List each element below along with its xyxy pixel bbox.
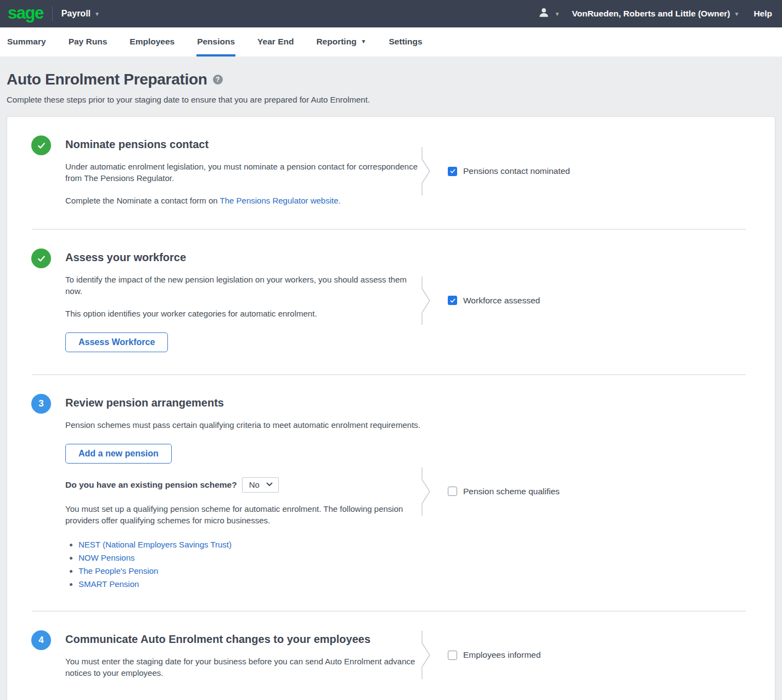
pension-scheme-qualifies-checkbox[interactable]: Pension scheme qualifies — [448, 487, 560, 496]
step-title: Communicate Auto Enrolment changes to yo… — [65, 633, 421, 646]
peoples-pension-link[interactable]: The People's Pension — [78, 566, 158, 575]
existing-pension-select[interactable]: No — [242, 477, 279, 493]
nest-link[interactable]: NEST (National Employers Savings Trust) — [78, 540, 232, 549]
user-icon — [538, 7, 550, 21]
company-name: VonRueden, Roberts and Little (Owner) — [572, 9, 730, 19]
list-item: SMART Pension — [78, 579, 421, 589]
tab-year-end[interactable]: Year End — [257, 27, 294, 57]
chevron-down-icon: ▼ — [361, 38, 367, 44]
checkbox-icon — [448, 296, 457, 305]
step-paragraph: Complete the Nominate a contact form on … — [65, 195, 421, 207]
step-complete-icon — [31, 136, 51, 155]
list-item: NEST (National Employers Savings Trust) — [78, 540, 421, 549]
list-item: The People's Pension — [78, 566, 421, 575]
chevron-down-icon: ▼ — [554, 11, 560, 17]
help-link[interactable]: Help — [753, 9, 772, 19]
sage-logo[interactable]: sage — [8, 4, 43, 24]
checkbox-icon — [448, 651, 457, 660]
list-item: NOW Pensions — [78, 553, 421, 562]
topbar-divider — [52, 6, 53, 21]
step-paragraph: Under automatic enrolment legislation, y… — [65, 161, 421, 184]
product-label: Payroll — [61, 9, 91, 19]
step-review-pension-arrangements: 3 Review pension arrangements Pension sc… — [7, 375, 775, 611]
step-status-rail: Workforce assessed — [421, 276, 749, 325]
step-complete-icon — [31, 249, 51, 268]
tab-pensions[interactable]: Pensions — [196, 27, 235, 57]
step-title: Nominate pensions contact — [65, 138, 421, 151]
checkbox-label: Pensions contact nominated — [463, 166, 570, 176]
workforce-assessed-checkbox[interactable]: Workforce assessed — [448, 296, 540, 306]
main-nav: Summary Pay Runs Employees Pensions Year… — [0, 27, 782, 57]
rail-chevron-icon — [421, 631, 432, 679]
title-help-icon[interactable]: ? — [213, 75, 223, 84]
employees-informed-checkbox[interactable]: Employees informed — [448, 650, 541, 660]
tab-settings[interactable]: Settings — [389, 27, 423, 57]
checkbox-label: Pension scheme qualifies — [463, 487, 560, 496]
assess-workforce-button[interactable]: Assess Workforce — [65, 332, 168, 352]
tab-employees[interactable]: Employees — [129, 27, 175, 57]
step-paragraph: Pension schemes must pass certain qualif… — [65, 420, 421, 431]
pensions-regulator-link[interactable]: The Pensions Regulator website. — [220, 196, 341, 205]
select-value: No — [249, 480, 260, 489]
step-title: Assess your workforce — [65, 251, 421, 264]
step-paragraph: To identify the impact of the new pensio… — [65, 274, 421, 297]
chevron-down-icon — [266, 482, 273, 487]
step-status-rail: Pensions contact nominated — [421, 146, 749, 196]
page-subtitle: Complete these steps prior to your stagi… — [7, 95, 775, 104]
step-number-icon: 4 — [31, 630, 51, 650]
tab-reporting[interactable]: Reporting ▼ — [316, 27, 367, 57]
checkbox-icon — [448, 487, 457, 496]
step-paragraph: You must enter the staging date for your… — [65, 656, 421, 679]
tab-summary[interactable]: Summary — [7, 27, 47, 57]
company-menu[interactable]: VonRueden, Roberts and Little (Owner) ▼ — [572, 9, 739, 19]
rail-chevron-icon — [421, 467, 432, 516]
top-bar: sage Payroll ▼ ▼ VonRueden, Roberts and … — [0, 0, 782, 27]
existing-pension-question-label: Do you have an existing pension scheme? — [65, 480, 237, 490]
step-status-rail: Pension scheme qualifies — [421, 467, 749, 516]
checkbox-icon — [448, 167, 457, 176]
add-new-pension-button[interactable]: Add a new pension — [65, 444, 172, 464]
pensions-contact-nominated-checkbox[interactable]: Pensions contact nominated — [448, 166, 570, 176]
step-nominate-pensions-contact: Nominate pensions contact Under automati… — [7, 117, 775, 229]
page-title: Auto Enrolment Preparation — [7, 71, 207, 88]
provider-links-list: NEST (National Employers Savings Trust) … — [65, 540, 421, 589]
checkbox-label: Workforce assessed — [463, 296, 540, 306]
step-assess-workforce: Assess your workforce To identify the im… — [7, 230, 775, 374]
user-menu[interactable]: ▼ — [538, 7, 560, 21]
preparation-card: Nominate pensions contact Under automati… — [7, 116, 775, 700]
product-menu[interactable]: Payroll ▼ — [61, 9, 100, 19]
rail-chevron-icon — [421, 276, 432, 325]
step-title: Review pension arrangements — [65, 397, 421, 409]
smart-pension-link[interactable]: SMART Pension — [78, 579, 139, 589]
step-paragraph: This option identifies your worker categ… — [65, 308, 421, 320]
chevron-down-icon: ▼ — [734, 11, 740, 17]
step-paragraph: You must set up a qualifying pension sch… — [65, 504, 421, 526]
page-header: Auto Enrolment Preparation ? Complete th… — [0, 57, 782, 113]
now-pensions-link[interactable]: NOW Pensions — [78, 553, 135, 562]
tab-pay-runs[interactable]: Pay Runs — [68, 27, 108, 57]
step-communicate-changes: 4 Communicate Auto Enrolment changes to … — [7, 612, 775, 700]
step-status-rail: Employees informed — [421, 630, 749, 680]
checkbox-label: Employees informed — [463, 650, 541, 660]
step-number-icon: 3 — [31, 394, 51, 414]
chevron-down-icon: ▼ — [94, 11, 100, 17]
rail-chevron-icon — [421, 147, 432, 195]
